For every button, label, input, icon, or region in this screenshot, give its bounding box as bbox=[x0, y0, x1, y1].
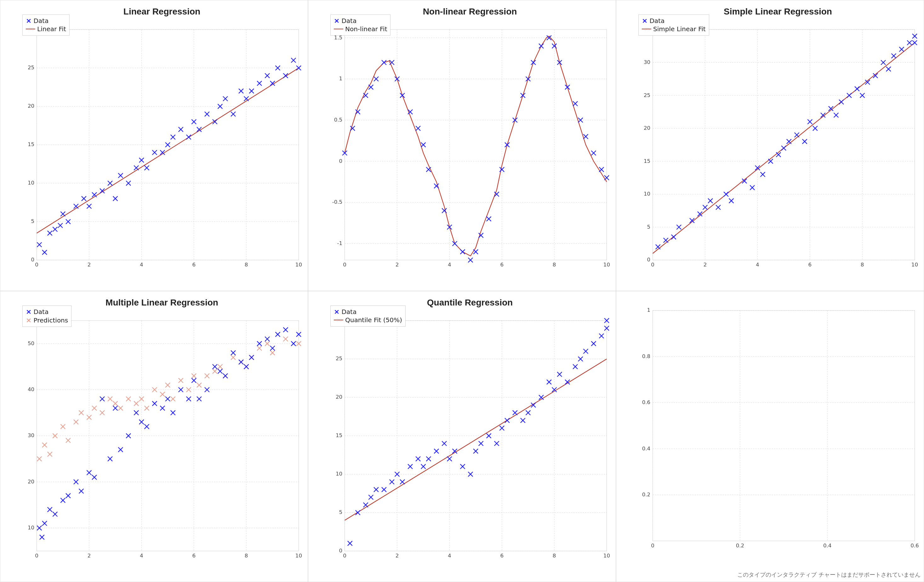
legend-x-icon: × bbox=[334, 308, 340, 316]
svg-text:4: 4 bbox=[756, 262, 759, 268]
svg-text:4: 4 bbox=[140, 553, 143, 559]
svg-text:2: 2 bbox=[703, 262, 707, 268]
svg-text:5: 5 bbox=[31, 218, 35, 224]
svg-text:0.2: 0.2 bbox=[736, 542, 744, 549]
svg-text:40: 40 bbox=[28, 386, 34, 392]
legend-label: Linear Fit bbox=[37, 25, 66, 33]
legend-item: ×Data bbox=[334, 308, 402, 316]
chart-empty-chart: 00.20.40.60.20.40.60.81このタイプのインタラクティブ チャ… bbox=[616, 291, 924, 582]
svg-text:8: 8 bbox=[861, 262, 864, 268]
legend-x-icon: × bbox=[26, 316, 31, 324]
legend-label: Non-linear Fit bbox=[345, 25, 387, 33]
svg-text:8: 8 bbox=[553, 262, 556, 268]
svg-text:20: 20 bbox=[28, 103, 34, 109]
legend-x-icon: × bbox=[26, 308, 31, 316]
legend-label: Data bbox=[33, 308, 48, 316]
legend-label: Data bbox=[342, 308, 356, 316]
legend-label: Quantile Fit (50%) bbox=[345, 316, 402, 324]
svg-text:20: 20 bbox=[28, 479, 34, 485]
svg-text:2: 2 bbox=[87, 553, 91, 559]
chart-nonlinear-regression: Non-linear Regression0246810-1-0.500.511… bbox=[308, 0, 616, 291]
svg-text:0.2: 0.2 bbox=[642, 491, 651, 498]
legend-item: ×Data bbox=[26, 308, 68, 316]
svg-text:10: 10 bbox=[604, 553, 610, 559]
svg-text:2: 2 bbox=[87, 262, 91, 268]
chart-svg-nonlinear-regression: 0246810-1-0.500.511.5 bbox=[327, 20, 612, 275]
svg-text:0: 0 bbox=[35, 553, 38, 559]
svg-text:0: 0 bbox=[35, 262, 38, 268]
svg-text:50: 50 bbox=[28, 340, 34, 346]
svg-text:0: 0 bbox=[343, 553, 346, 559]
svg-text:6: 6 bbox=[192, 262, 196, 268]
svg-text:30: 30 bbox=[644, 59, 650, 65]
legend-line-icon bbox=[26, 29, 35, 29]
empty-chart-svg: 00.20.40.60.20.40.60.81 bbox=[635, 301, 921, 557]
legend-item: ×Predictions bbox=[26, 316, 68, 324]
legend-multiple-linear-regression: ×Data×Predictions bbox=[22, 305, 71, 327]
svg-text:0.6: 0.6 bbox=[642, 399, 651, 405]
svg-text:10: 10 bbox=[28, 525, 34, 531]
svg-text:15: 15 bbox=[336, 432, 342, 439]
svg-text:20: 20 bbox=[336, 394, 342, 400]
legend-line-icon bbox=[334, 29, 343, 29]
svg-text:6: 6 bbox=[500, 553, 503, 559]
legend-x-icon: × bbox=[26, 17, 31, 25]
svg-rect-219 bbox=[653, 30, 915, 260]
legend-line-icon bbox=[334, 320, 343, 320]
chart-multiple-linear-regression: Multiple Linear Regression02468101020304… bbox=[0, 291, 308, 582]
svg-text:10: 10 bbox=[644, 191, 650, 197]
chart-simple-linear-regression: Simple Linear Regression0246810051015202… bbox=[616, 0, 924, 291]
svg-text:5: 5 bbox=[339, 509, 343, 515]
svg-text:0: 0 bbox=[339, 158, 343, 164]
svg-rect-112 bbox=[345, 30, 607, 260]
legend-line-icon bbox=[642, 29, 651, 29]
svg-text:25: 25 bbox=[336, 356, 342, 361]
svg-text:-0.5: -0.5 bbox=[332, 199, 343, 205]
svg-text:2: 2 bbox=[396, 553, 399, 559]
svg-text:10: 10 bbox=[295, 262, 302, 268]
chart-svg-linear-regression: 0246810051015202530 bbox=[19, 20, 305, 275]
svg-text:0: 0 bbox=[343, 262, 346, 268]
svg-text:6: 6 bbox=[500, 262, 503, 268]
legend-x-icon: × bbox=[642, 17, 647, 25]
svg-text:10: 10 bbox=[295, 553, 302, 559]
legend-item: Linear Fit bbox=[26, 25, 66, 33]
svg-text:1: 1 bbox=[647, 307, 651, 313]
svg-text:25: 25 bbox=[644, 92, 650, 98]
svg-text:10: 10 bbox=[28, 180, 34, 186]
svg-text:6: 6 bbox=[192, 553, 196, 559]
svg-text:0.4: 0.4 bbox=[823, 542, 832, 549]
svg-text:4: 4 bbox=[448, 262, 451, 268]
svg-text:4: 4 bbox=[140, 262, 143, 268]
chart-svg-quantile-regression: 0246810051015202530 bbox=[327, 311, 612, 567]
legend-label: Data bbox=[33, 17, 48, 25]
svg-text:15: 15 bbox=[28, 142, 34, 147]
chart-linear-regression: Linear Regression0246810051015202530×Dat… bbox=[0, 0, 308, 291]
svg-text:0: 0 bbox=[651, 262, 654, 268]
svg-text:20: 20 bbox=[644, 125, 650, 131]
svg-text:15: 15 bbox=[644, 158, 650, 164]
legend-item: Quantile Fit (50%) bbox=[334, 316, 402, 324]
svg-text:10: 10 bbox=[911, 262, 918, 268]
legend-x-icon: × bbox=[334, 17, 340, 25]
legend-label: Simple Linear Fit bbox=[653, 25, 706, 33]
legend-item: Non-linear Fit bbox=[334, 25, 387, 33]
svg-text:0: 0 bbox=[647, 257, 651, 263]
legend-label: Data bbox=[342, 17, 356, 25]
svg-text:4: 4 bbox=[448, 553, 451, 559]
svg-text:10: 10 bbox=[336, 471, 342, 477]
svg-text:0: 0 bbox=[31, 257, 35, 263]
legend-item: ×Data bbox=[26, 17, 66, 25]
svg-text:8: 8 bbox=[245, 553, 248, 559]
chart-quantile-regression: Quantile Regression0246810051015202530×D… bbox=[308, 291, 616, 582]
chart-svg-multiple-linear-regression: 02468101020304050 bbox=[19, 311, 305, 567]
svg-rect-622 bbox=[653, 310, 915, 541]
legend-label: Predictions bbox=[33, 317, 68, 324]
svg-text:0: 0 bbox=[339, 548, 343, 554]
legend-item: Simple Linear Fit bbox=[642, 25, 706, 33]
svg-text:8: 8 bbox=[245, 262, 248, 268]
legend-simple-linear-regression: ×DataSimple Linear Fit bbox=[639, 15, 709, 36]
chart-svg-simple-linear-regression: 024681005101520253035 bbox=[635, 20, 921, 275]
svg-text:6: 6 bbox=[808, 262, 812, 268]
main-container: Linear Regression0246810051015202530×Dat… bbox=[0, 0, 924, 582]
